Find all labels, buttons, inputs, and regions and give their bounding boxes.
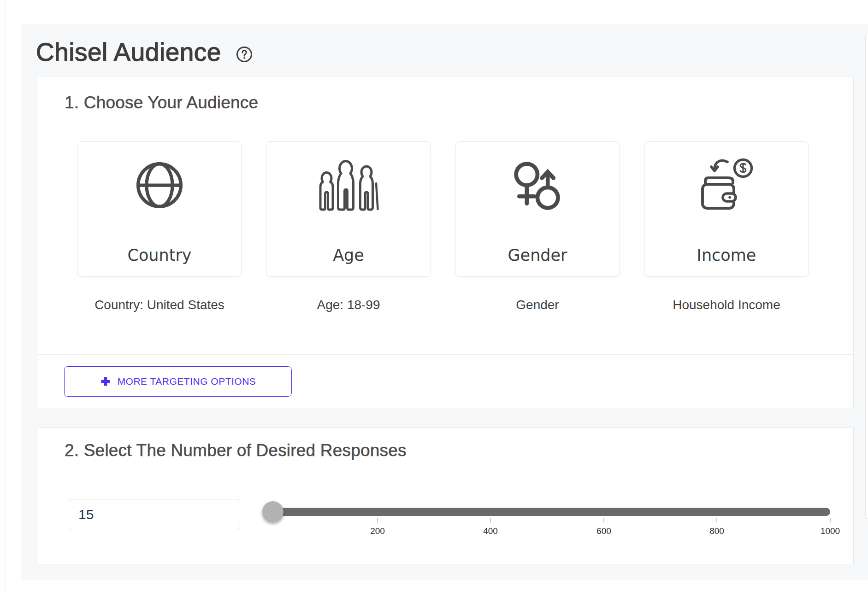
age-caption: Age: 18-99 xyxy=(266,298,431,312)
age-card[interactable]: Age xyxy=(266,141,431,277)
slider-label-800: 800 xyxy=(698,526,735,536)
income-caption: Household Income xyxy=(644,298,809,312)
country-card-label: Country xyxy=(77,246,242,264)
people-ages-icon xyxy=(318,159,379,211)
audience-cards-row: Country Age Gender xyxy=(77,141,809,277)
country-card[interactable]: Country xyxy=(77,141,242,277)
age-card-label: Age xyxy=(266,246,431,264)
slider-tick-600 xyxy=(603,518,604,522)
help-icon[interactable] xyxy=(236,46,253,63)
slider-label-200: 200 xyxy=(359,526,396,536)
income-card-label: Income xyxy=(644,246,809,264)
income-card[interactable]: Income xyxy=(644,141,809,277)
slider-label-1000: 1000 xyxy=(812,526,849,536)
slider-tick-1000 xyxy=(830,518,831,522)
more-targeting-options-button[interactable]: MORE TARGETING OPTIONS xyxy=(64,366,292,397)
responses-input[interactable] xyxy=(68,499,240,530)
gender-symbols-icon xyxy=(511,158,564,212)
slider-tick-200 xyxy=(377,518,378,522)
slider-tick-800 xyxy=(716,518,717,522)
gender-card[interactable]: Gender xyxy=(455,141,620,277)
slider-label-600: 600 xyxy=(585,526,622,536)
section2-heading: 2. Select The Number of Desired Response… xyxy=(65,441,407,460)
slider-tick-400 xyxy=(490,518,491,522)
page-title: Chisel Audience xyxy=(36,37,221,67)
more-button-label: MORE TARGETING OPTIONS xyxy=(118,376,256,387)
globe-icon xyxy=(133,158,186,212)
page: { "title": "Chisel Audience", "help_icon… xyxy=(0,0,868,592)
section1-divider xyxy=(38,354,853,355)
wallet-coin-icon xyxy=(699,158,754,213)
plus-icon xyxy=(100,376,111,387)
slider-label-400: 400 xyxy=(472,526,509,536)
choose-audience-section: 1. Choose Your Audience Country Age xyxy=(38,76,854,409)
country-caption: Country: United States xyxy=(77,298,242,312)
right-edge-card xyxy=(865,32,868,520)
responses-section: 2. Select The Number of Desired Response… xyxy=(38,428,854,564)
gender-card-label: Gender xyxy=(455,246,620,264)
slider-track[interactable] xyxy=(264,508,830,516)
gender-caption: Gender xyxy=(455,298,620,312)
slider-handle[interactable] xyxy=(262,501,283,522)
page-left-border xyxy=(5,0,5,592)
section1-heading: 1. Choose Your Audience xyxy=(65,93,258,112)
